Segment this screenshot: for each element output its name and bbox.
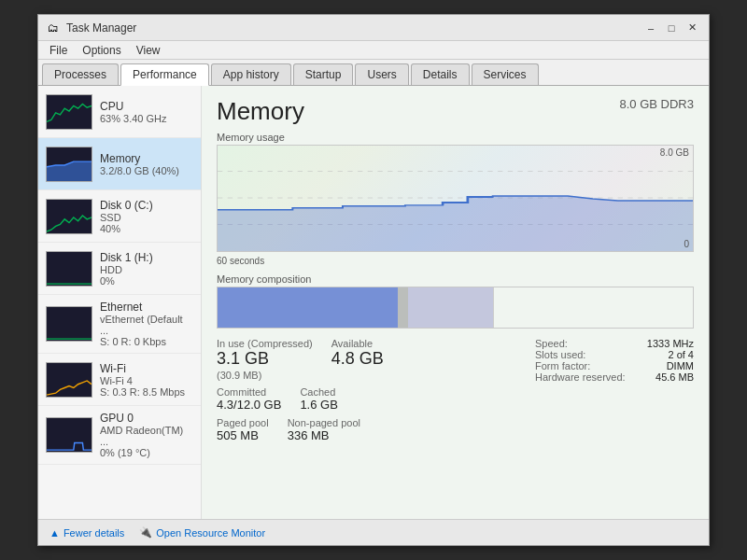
menu-bar: File Options View (38, 41, 709, 60)
stat-committed: Committed 4.3/12.0 GB (217, 386, 281, 412)
monitor-icon: 🔌 (139, 526, 152, 539)
cpu-mini-graph (46, 94, 92, 130)
tab-startup[interactable]: Startup (293, 63, 354, 85)
composition-modified (398, 287, 407, 328)
stat-nonpaged: Non-paged pool 336 MB (288, 417, 360, 442)
sidebar: CPU 63% 3.40 GHz Memory 3.2/8.0 GB (40%) (38, 86, 202, 519)
ethernet-label: Ethernet (100, 301, 193, 314)
stats-row1: In use (Compressed) 3.1 GB (30.9 MB) Ava… (217, 338, 520, 381)
menu-file[interactable]: File (42, 42, 75, 59)
close-button[interactable]: ✕ (683, 20, 701, 36)
menu-options[interactable]: Options (75, 42, 128, 59)
disk1-detail2: 0% (100, 275, 193, 287)
hardware-row: Hardware reserved: 45.6 MB (535, 371, 694, 383)
disk0-detail2: 40% (100, 223, 193, 234)
committed-value: 4.3/12.0 GB (217, 398, 281, 412)
sidebar-item-disk1[interactable]: Disk 1 (H:) HDD 0% (38, 243, 201, 295)
memory-label: Memory (100, 152, 193, 165)
main-header: Memory 8.0 GB DDR3 (217, 97, 694, 126)
sidebar-item-memory[interactable]: Memory 3.2/8.0 GB (40%) (38, 138, 201, 190)
in-use-sub: (30.9 MB) (217, 370, 313, 381)
disk0-label: Disk 0 (C:) (100, 199, 193, 212)
disk0-detail1: SSD (100, 212, 193, 223)
maximize-button[interactable]: □ (662, 20, 681, 36)
available-label: Available (331, 338, 384, 349)
composition-label: Memory composition (217, 273, 694, 285)
minimize-button[interactable]: – (641, 20, 660, 36)
sidebar-item-cpu[interactable]: CPU 63% 3.40 GHz (38, 86, 201, 138)
app-icon: 🗂 (46, 21, 61, 35)
nonpaged-value: 336 MB (288, 428, 360, 442)
nonpaged-label: Non-paged pool (288, 417, 360, 428)
wifi-detail1: Wi-Fi 4 (100, 375, 193, 386)
memory-info: Memory 3.2/8.0 GB (40%) (100, 152, 193, 176)
open-monitor-label: Open Resource Monitor (156, 527, 265, 539)
sidebar-item-gpu[interactable]: GPU 0 AMD Radeon(TM) ... 0% (19 °C) (38, 406, 201, 465)
composition-free (493, 287, 693, 328)
tab-performance[interactable]: Performance (120, 63, 209, 86)
tab-details[interactable]: Details (411, 63, 470, 85)
hardware-label: Hardware reserved: (535, 371, 626, 383)
wifi-info: Wi-Fi Wi-Fi 4 S: 0.3 R: 8.5 Mbps (100, 362, 193, 398)
gpu-info: GPU 0 AMD Radeon(TM) ... 0% (19 °C) (100, 412, 193, 458)
sidebar-item-wifi[interactable]: Wi-Fi Wi-Fi 4 S: 0.3 R: 8.5 Mbps (38, 354, 201, 406)
cached-value: 1.6 GB (300, 398, 337, 412)
chart-x-label: 60 seconds (217, 256, 694, 266)
cpu-info: CPU 63% 3.40 GHz (100, 100, 193, 124)
open-resource-monitor-link[interactable]: 🔌 Open Resource Monitor (139, 526, 265, 539)
speed-label: Speed: (535, 338, 568, 349)
speed-row: Speed: 1333 MHz (535, 338, 694, 349)
slots-label: Slots used: (535, 349, 585, 360)
gpu-detail1: AMD Radeon(TM) ... (100, 425, 193, 447)
disk0-mini-graph (46, 199, 92, 234)
speed-value: 1333 MHz (647, 338, 694, 349)
panel-subtitle: 8.0 GB DDR3 (620, 97, 694, 111)
stat-available: Available 4.8 GB (331, 338, 384, 381)
disk1-detail1: HDD (100, 264, 193, 275)
slots-value: 2 of 4 (668, 349, 694, 360)
window-controls: – □ ✕ (641, 20, 701, 36)
in-use-label: In use (Compressed) (217, 338, 313, 349)
cpu-label: CPU (100, 100, 193, 113)
memory-mini-graph (46, 147, 92, 182)
fewer-details-link[interactable]: ▲ Fewer details (49, 527, 124, 539)
chart-y-min: 0 (684, 239, 689, 249)
chart-y-max: 8.0 GB (660, 147, 689, 158)
ethernet-detail1: vEthernet (Default ... (100, 314, 193, 336)
fewer-details-label: Fewer details (63, 527, 124, 539)
menu-view[interactable]: View (129, 42, 168, 59)
tab-services[interactable]: Services (472, 63, 539, 85)
stats-section: In use (Compressed) 3.1 GB (30.9 MB) Ava… (217, 338, 694, 442)
wifi-label: Wi-Fi (100, 362, 193, 375)
cpu-detail: 63% 3.40 GHz (100, 113, 193, 124)
tab-bar: Processes Performance App history Startu… (38, 60, 709, 86)
composition-in-use (218, 287, 398, 328)
tab-app-history[interactable]: App history (211, 63, 291, 85)
form-row: Form factor: DIMM (535, 360, 694, 371)
tab-processes[interactable]: Processes (42, 63, 119, 85)
tab-users[interactable]: Users (355, 63, 408, 85)
ethernet-detail2: S: 0 R: 0 Kbps (100, 336, 193, 347)
memory-detail: 3.2/8.0 GB (40%) (100, 165, 193, 176)
paged-value: 505 MB (217, 428, 269, 442)
title-bar: 🗂 Task Manager – □ ✕ (38, 15, 709, 41)
svg-marker-4 (218, 196, 693, 251)
sidebar-item-ethernet[interactable]: Ethernet vEthernet (Default ... S: 0 R: … (38, 295, 201, 354)
stat-paged: Paged pool 505 MB (217, 417, 269, 442)
window-title: Task Manager (66, 21, 641, 35)
disk0-info: Disk 0 (C:) SSD 40% (100, 199, 193, 234)
sidebar-item-disk0[interactable]: Disk 0 (C:) SSD 40% (38, 190, 201, 243)
committed-label: Committed (217, 386, 281, 398)
disk1-info: Disk 1 (H:) HDD 0% (100, 251, 193, 287)
stats-left: In use (Compressed) 3.1 GB (30.9 MB) Ava… (217, 338, 520, 442)
stats-row2: Committed 4.3/12.0 GB Cached 1.6 GB (217, 386, 520, 412)
disk1-label: Disk 1 (H:) (100, 251, 193, 264)
memory-composition-chart (217, 287, 694, 329)
task-manager-window: 🗂 Task Manager – □ ✕ File Options View P… (37, 14, 710, 546)
in-use-value: 3.1 GB (217, 349, 313, 370)
gpu-mini-graph (46, 417, 92, 453)
main-panel: Memory 8.0 GB DDR3 Memory usage 8.0 GB (202, 86, 709, 519)
disk1-mini-graph (46, 251, 92, 287)
wifi-detail2: S: 0.3 R: 8.5 Mbps (100, 386, 193, 398)
stat-in-use: In use (Compressed) 3.1 GB (30.9 MB) (217, 338, 313, 381)
